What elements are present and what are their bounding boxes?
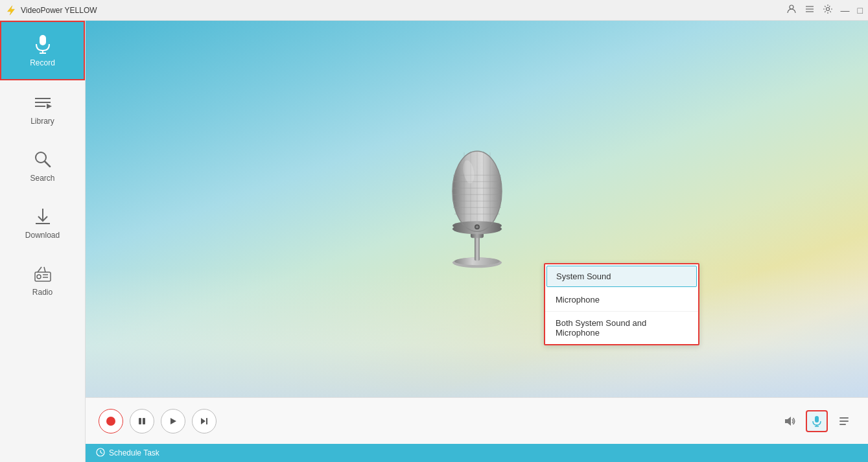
sidebar: Record Library Search xyxy=(0,21,86,462)
radio-icon xyxy=(32,263,53,284)
footer-bar: Schedule Task xyxy=(86,444,868,462)
pause-button[interactable] xyxy=(130,409,154,433)
svg-rect-52 xyxy=(815,416,819,422)
audio-source-button[interactable] xyxy=(806,410,828,432)
play-button[interactable] xyxy=(161,409,185,433)
record-dot xyxy=(106,417,115,426)
record-button[interactable] xyxy=(99,409,123,433)
more-options-icon xyxy=(838,415,850,428)
app-title: VideoPower YELLOW xyxy=(21,6,97,15)
volume-button[interactable] xyxy=(779,410,801,432)
svg-marker-51 xyxy=(785,417,791,426)
playback-controls xyxy=(99,409,217,433)
sidebar-item-record[interactable]: Record xyxy=(0,21,85,80)
svg-line-22 xyxy=(44,267,45,272)
audio-source-icon xyxy=(810,415,823,428)
search-icon xyxy=(32,149,53,170)
download-label: Download xyxy=(25,231,60,240)
content-area: System Sound Microphone Both System Soun… xyxy=(86,21,868,462)
svg-rect-56 xyxy=(839,421,849,422)
svg-marker-12 xyxy=(47,104,52,109)
microphone-icon xyxy=(32,34,53,54)
record-label: Record xyxy=(30,58,55,67)
maximize-icon[interactable]: □ xyxy=(858,5,863,16)
schedule-icon xyxy=(96,448,105,459)
next-button[interactable] xyxy=(192,409,217,433)
sidebar-item-search[interactable]: Search xyxy=(0,137,85,194)
svg-rect-57 xyxy=(839,424,846,425)
profile-icon[interactable] xyxy=(786,4,797,16)
schedule-text[interactable]: Schedule Task xyxy=(109,448,159,457)
svg-marker-48 xyxy=(170,418,176,424)
svg-rect-47 xyxy=(143,418,145,424)
dropdown-item-microphone[interactable]: Microphone xyxy=(545,288,698,312)
radio-label: Radio xyxy=(32,288,53,297)
pause-icon xyxy=(137,417,147,426)
svg-rect-55 xyxy=(839,417,849,419)
svg-rect-6 xyxy=(40,35,46,45)
dropdown-item-system-sound[interactable]: System Sound xyxy=(546,266,697,287)
library-label: Library xyxy=(30,117,54,126)
svg-point-18 xyxy=(37,275,41,279)
list-icon[interactable] xyxy=(804,4,815,16)
titlebar: VideoPower YELLOW — □ xyxy=(0,0,868,21)
svg-marker-0 xyxy=(8,5,15,14)
sidebar-item-download[interactable]: Download xyxy=(0,194,85,251)
dropdown-item-both[interactable]: Both System Sound and Microphone xyxy=(545,312,698,344)
svg-line-14 xyxy=(45,161,50,167)
clock-icon xyxy=(96,448,105,457)
svg-point-1 xyxy=(790,5,793,9)
svg-line-60 xyxy=(100,452,102,454)
bottom-bar xyxy=(86,397,868,444)
app-icon xyxy=(5,5,17,16)
svg-rect-50 xyxy=(206,418,207,424)
titlebar-left: VideoPower YELLOW xyxy=(5,5,97,16)
svg-point-44 xyxy=(476,225,478,228)
more-options-button[interactable] xyxy=(833,410,855,432)
volume-icon xyxy=(783,415,796,428)
main-background: System Sound Microphone Both System Soun… xyxy=(86,21,868,397)
download-icon xyxy=(32,206,53,227)
settings-icon[interactable] xyxy=(823,4,833,16)
titlebar-controls: — □ xyxy=(786,4,863,16)
svg-marker-49 xyxy=(201,418,205,424)
mic-illustration xyxy=(435,133,519,269)
sidebar-item-radio[interactable]: Radio xyxy=(0,251,85,308)
next-icon xyxy=(200,417,209,426)
svg-rect-46 xyxy=(139,418,141,424)
svg-point-5 xyxy=(826,8,829,11)
library-icon xyxy=(32,92,53,113)
main-container: Record Library Search xyxy=(0,21,868,462)
play-icon xyxy=(169,417,178,426)
svg-line-21 xyxy=(38,267,41,272)
minimize-icon[interactable]: — xyxy=(841,5,850,16)
audio-source-dropdown: System Sound Microphone Both System Soun… xyxy=(544,263,699,345)
search-label: Search xyxy=(30,174,54,183)
sidebar-item-library[interactable]: Library xyxy=(0,80,85,137)
right-controls xyxy=(779,410,855,432)
mic-graphic xyxy=(435,133,519,271)
